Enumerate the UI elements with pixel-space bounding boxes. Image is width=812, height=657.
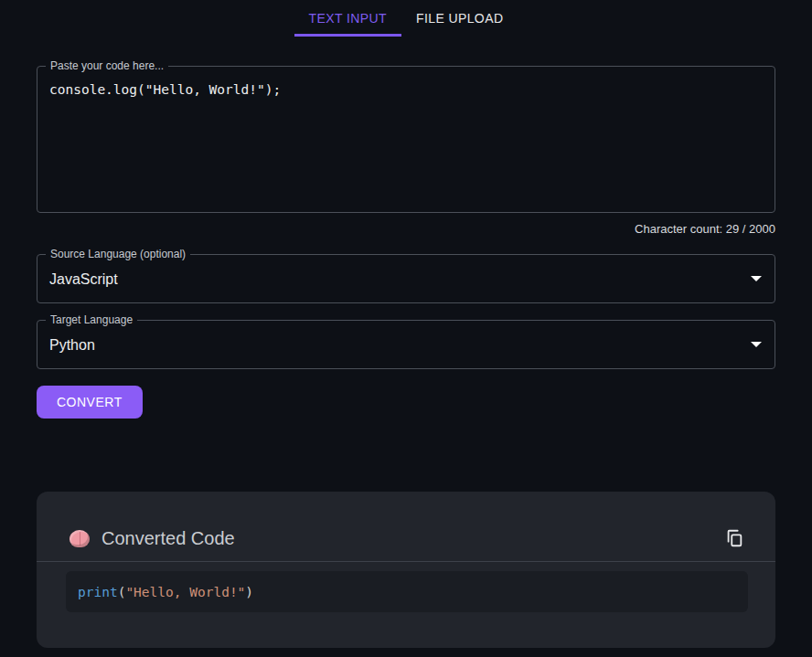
source-language-value: JavaScript xyxy=(37,270,118,288)
code-token-paren-close: ) xyxy=(245,585,253,599)
chevron-down-icon xyxy=(751,342,762,347)
tab-bar: TEXT INPUT FILE UPLOAD xyxy=(0,0,812,37)
tab-text-input-label: TEXT INPUT xyxy=(309,11,387,26)
target-language-label: Target Language xyxy=(46,313,137,327)
convert-button[interactable]: CONVERT xyxy=(37,386,143,419)
brain-icon xyxy=(69,530,90,547)
code-input-label: Paste your code here... xyxy=(46,59,168,73)
source-language-select[interactable]: Source Language (optional) JavaScript xyxy=(37,254,775,303)
converted-code-header: Converted Code xyxy=(37,492,775,562)
target-language-select[interactable]: Target Language Python xyxy=(37,320,775,369)
code-token-keyword: print xyxy=(78,585,118,599)
target-language-value: Python xyxy=(37,335,95,354)
tab-text-input[interactable]: TEXT INPUT xyxy=(294,0,401,37)
tab-file-upload-label: FILE UPLOAD xyxy=(416,11,503,26)
main-content: Paste your code here... console.log("Hel… xyxy=(0,66,812,648)
chevron-down-icon xyxy=(751,276,762,281)
code-input-field: Paste your code here... console.log("Hel… xyxy=(37,66,775,213)
tab-file-upload[interactable]: FILE UPLOAD xyxy=(401,0,518,37)
converted-code-body: print("Hello, World!") xyxy=(37,562,775,612)
char-count: Character count: 29 / 2000 xyxy=(37,222,775,236)
copy-button[interactable] xyxy=(721,525,748,552)
code-input[interactable]: console.log("Hello, World!"); xyxy=(37,67,775,212)
converted-code-output: print("Hello, World!") xyxy=(66,571,748,612)
source-language-label: Source Language (optional) xyxy=(46,248,190,261)
copy-icon xyxy=(724,528,744,548)
converted-code-title: Converted Code xyxy=(102,527,235,549)
code-token-string: "Hello, World!" xyxy=(125,585,245,599)
code-token-paren-open: ( xyxy=(118,585,126,599)
converted-code-card: Converted Code print("Hello, World!") xyxy=(37,492,775,648)
